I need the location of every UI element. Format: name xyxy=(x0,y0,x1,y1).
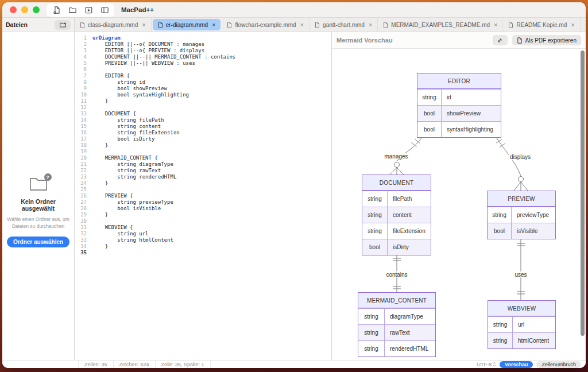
code-line: string url xyxy=(92,231,331,237)
empty-state-title: Kein Ordner ausgewählt xyxy=(6,198,71,212)
app-window: MacPad++ Dateien xyxy=(2,2,586,368)
choose-folder-button[interactable]: Ordner auswählen xyxy=(7,237,69,247)
status-characters: Zeichen: 624 xyxy=(114,361,156,368)
preview-header: Mermaid Vorschau Als PDF exportie xyxy=(332,32,586,49)
line-number: 25 xyxy=(75,187,87,193)
line-number: 24 xyxy=(75,180,87,187)
code-line: string htmlContent xyxy=(92,237,331,243)
close-tab-icon[interactable]: × xyxy=(300,21,304,28)
code-line xyxy=(92,187,331,193)
sidebar-title: Dateien xyxy=(6,21,28,28)
close-tab-icon[interactable]: × xyxy=(369,21,372,28)
encoding-label: UTF-8 xyxy=(477,362,492,367)
line-number: 7 xyxy=(75,73,87,79)
tab-gantt-chart-mmd[interactable]: gantt-chart.mmd× xyxy=(310,18,378,32)
tab-readme-md[interactable]: README.md× xyxy=(581,18,586,32)
choose-folder-icon-button[interactable] xyxy=(55,20,71,30)
line-number: 11 xyxy=(75,98,87,104)
code-editor[interactable]: 1234567891011121314151617181920212223242… xyxy=(75,32,332,360)
code-line: string diagramType xyxy=(92,161,331,168)
line-number: 13 xyxy=(75,111,87,117)
line-number: 20 xyxy=(75,155,87,161)
document-icon xyxy=(517,37,523,44)
open-folder-icon[interactable] xyxy=(66,5,79,16)
code-line: string id xyxy=(92,79,331,86)
line-number: 8 xyxy=(75,79,87,86)
line-number-gutter: 1234567891011121314151617181920212223242… xyxy=(75,35,90,360)
line-number: 10 xyxy=(75,92,87,98)
close-tab-icon[interactable]: × xyxy=(494,21,497,28)
tab-class-diagram-mmd[interactable]: class-diagram.mmd× xyxy=(75,18,152,32)
code-line: bool isVisible xyxy=(92,206,331,212)
code-line xyxy=(92,149,331,155)
save-icon[interactable] xyxy=(82,5,95,16)
tab-label: class-diagram.mmd xyxy=(88,22,138,28)
code-line xyxy=(92,104,331,111)
minimize-window-button[interactable] xyxy=(21,6,28,13)
encoding-select[interactable]: UTF-8 xyxy=(477,362,497,367)
status-bar: Zeilen: 35 Zeichen: 624 Zeile: 35, Spalt… xyxy=(2,360,586,368)
stepper-icon xyxy=(493,362,496,367)
code-line: PREVIEW ||--|| WEBVIEW : uses xyxy=(92,60,331,67)
code-line: } xyxy=(92,180,331,187)
close-tab-icon[interactable]: × xyxy=(571,21,574,28)
line-number: 32 xyxy=(75,231,87,237)
tab-mermaid-examples-readme-md[interactable]: MERMAID_EXAMPLES_README.md× xyxy=(378,18,503,32)
line-number: 21 xyxy=(75,161,87,168)
line-number: 12 xyxy=(75,104,87,111)
line-number: 15 xyxy=(75,123,87,130)
close-tab-icon[interactable]: × xyxy=(142,21,145,28)
tab-bar: class-diagram.mmd×er-diagram.mmd×flowcha… xyxy=(75,18,586,32)
expand-icon[interactable] xyxy=(493,35,508,45)
code-line: MERMAID_CONTENT { xyxy=(92,155,331,161)
traffic-lights xyxy=(10,6,40,13)
code-line: string rawText xyxy=(92,168,331,174)
zoom-window-button[interactable] xyxy=(33,6,40,13)
code-line xyxy=(92,67,331,73)
preview-scrollbar[interactable] xyxy=(581,51,585,336)
mermaid-preview-panel: Mermaid Vorschau Als PDF exportie xyxy=(332,32,586,360)
preview-toggle-button[interactable]: Vorschau xyxy=(500,361,533,368)
line-number: 30 xyxy=(75,218,87,224)
file-sidebar: Dateien ? Kein Ordner ausgewählt xyxy=(2,18,75,360)
export-pdf-button[interactable]: Als PDF exportieren xyxy=(512,35,581,45)
line-number: 18 xyxy=(75,142,87,149)
new-file-icon[interactable] xyxy=(50,5,63,16)
close-tab-icon[interactable]: × xyxy=(212,21,215,28)
tab-readme-kopie-md[interactable]: README Kopie.md× xyxy=(503,18,580,32)
tab-label: gantt-chart.mmd xyxy=(323,22,365,28)
code-line: } xyxy=(92,98,331,104)
code-line: string previewType xyxy=(92,199,331,206)
file-icon xyxy=(158,22,163,28)
tab-label: flowchart-example.mmd xyxy=(235,22,296,28)
file-icon xyxy=(315,22,320,28)
line-number: 22 xyxy=(75,168,87,174)
line-number: 2 xyxy=(75,41,87,48)
line-number: 1 xyxy=(75,35,87,41)
file-icon xyxy=(227,22,232,28)
code-line: string fileExtension xyxy=(92,130,331,136)
diagram-viewport[interactable] xyxy=(332,49,586,360)
code-line: WEBVIEW { xyxy=(92,224,331,231)
title-bar: MacPad++ xyxy=(2,2,586,18)
file-icon xyxy=(80,22,85,28)
line-number: 3 xyxy=(75,48,87,54)
tab-flowchart-example-mmd[interactable]: flowchart-example.mmd× xyxy=(222,18,310,32)
status-cursor-position: Zeile: 35, Spalte: 1 xyxy=(156,361,211,368)
line-number: 34 xyxy=(75,243,87,250)
tab-er-diagram-mmd[interactable]: er-diagram.mmd× xyxy=(153,19,221,30)
line-number: 17 xyxy=(75,136,87,142)
close-window-button[interactable] xyxy=(10,6,17,13)
line-number: 29 xyxy=(75,212,87,218)
sidebar-empty-state: ? Kein Ordner ausgewählt Wähle einen Ord… xyxy=(2,64,74,360)
code-line: string content xyxy=(92,123,331,130)
preview-title: Mermaid Vorschau xyxy=(336,37,493,44)
file-icon xyxy=(383,22,388,28)
file-icon xyxy=(508,22,513,28)
wrap-toggle-button[interactable]: Zeilenumbruch xyxy=(536,361,581,368)
toggle-sidebar-icon[interactable] xyxy=(98,5,111,16)
code-line xyxy=(92,218,331,224)
window-title: MacPad++ xyxy=(121,6,154,13)
desktop: MacPad++ Dateien xyxy=(0,0,588,372)
code-area[interactable]: erDiagram EDITOR ||--o{ DOCUMENT : manag… xyxy=(90,35,331,360)
